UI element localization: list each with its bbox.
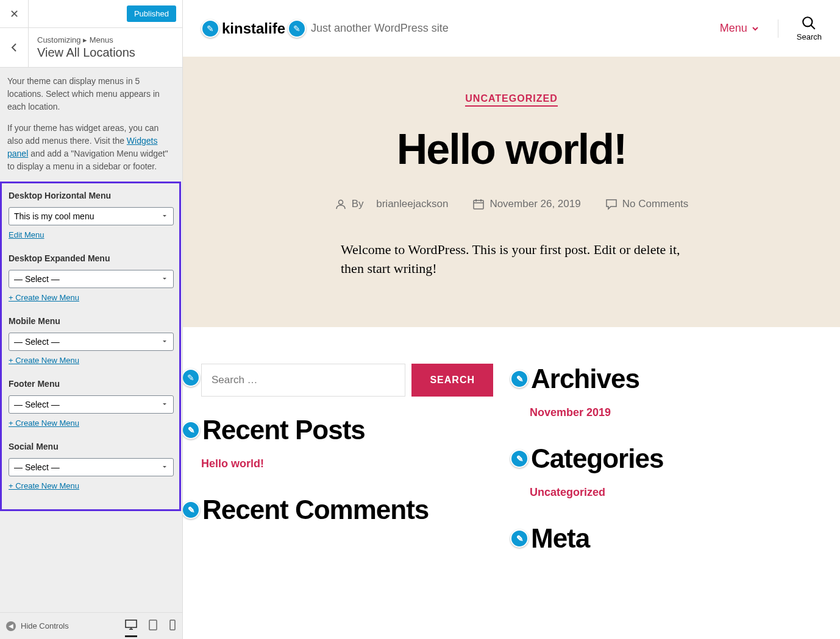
meta-widget: ✎Meta bbox=[530, 523, 822, 566]
desktop-preview-icon[interactable] bbox=[125, 620, 137, 637]
chevron-down-icon bbox=[751, 24, 760, 33]
search-widget: ✎ SEARCH bbox=[201, 364, 493, 415]
category-link[interactable]: Uncategorized bbox=[530, 486, 822, 499]
location-select[interactable]: This is my cool menu bbox=[9, 207, 174, 225]
svg-rect-5 bbox=[474, 200, 483, 209]
menu-locations-box: Desktop Horizontal Menu This is my cool … bbox=[0, 182, 181, 511]
post-date: November 26, 2019 bbox=[472, 198, 580, 210]
menu-location-social: Social Menu — Select — + Create New Menu bbox=[9, 440, 174, 492]
search-button[interactable]: SEARCH bbox=[411, 364, 493, 397]
recent-post-link[interactable]: Hello world! bbox=[201, 457, 493, 470]
close-button[interactable]: ✕ bbox=[0, 0, 29, 27]
create-menu-link[interactable]: + Create New Menu bbox=[9, 417, 79, 429]
location-label: Desktop Expanded Menu bbox=[9, 252, 174, 265]
menu-location-footer: Footer Menu — Select — + Create New Menu bbox=[9, 378, 174, 429]
location-select[interactable]: — Select — bbox=[9, 333, 174, 351]
categories-widget: ✎Categories Uncategorized bbox=[530, 443, 822, 499]
recent-comments-widget: ✎Recent Comments bbox=[201, 495, 493, 537]
sidebar-footer: ◀ Hide Controls bbox=[0, 612, 182, 639]
edit-menu-link[interactable]: Edit Menu bbox=[9, 229, 44, 241]
widgets-area: ✎ SEARCH ✎Recent Posts Hello world! ✎Rec… bbox=[183, 327, 840, 602]
location-label: Footer Menu bbox=[9, 378, 174, 390]
location-label: Social Menu bbox=[9, 440, 174, 453]
edit-shortcut-icon[interactable]: ✎ bbox=[510, 450, 529, 468]
search-input[interactable] bbox=[201, 364, 405, 397]
recent-posts-widget: ✎Recent Posts Hello world! bbox=[201, 415, 493, 470]
sidebar-title-row: Customizing ▸ Menus View All Locations bbox=[0, 28, 182, 68]
edit-shortcut-icon[interactable]: ✎ bbox=[510, 529, 529, 548]
location-select[interactable]: — Select — bbox=[9, 270, 174, 288]
menu-location-desktop-horizontal: Desktop Horizontal Menu This is my cool … bbox=[9, 189, 174, 241]
user-icon bbox=[335, 198, 347, 210]
post-hero: UNCATEGORIZED Hello world! By brianleeja… bbox=[183, 57, 840, 327]
post-excerpt: Welcome to WordPress. This is your first… bbox=[341, 241, 682, 278]
edit-shortcut-icon[interactable]: ✎ bbox=[288, 19, 306, 38]
device-preview-icons bbox=[125, 620, 176, 633]
breadcrumb: Customizing ▸ Menus bbox=[37, 35, 174, 44]
svg-rect-1 bbox=[149, 620, 157, 630]
site-identity: ✎ kinstalife ✎ Just another WordPress si… bbox=[201, 19, 449, 38]
search-icon bbox=[801, 15, 817, 31]
preview-nav: Menu Search bbox=[720, 15, 822, 41]
site-header: ✎ kinstalife ✎ Just another WordPress si… bbox=[183, 0, 840, 57]
create-menu-link[interactable]: + Create New Menu bbox=[9, 355, 79, 367]
category-link[interactable]: UNCATEGORIZED bbox=[465, 93, 557, 107]
post-author: By brianleejackson bbox=[335, 198, 449, 210]
publish-button[interactable]: Published bbox=[127, 5, 176, 22]
chevron-left-icon bbox=[10, 43, 18, 52]
title-content: Customizing ▸ Menus View All Locations bbox=[29, 28, 182, 67]
search-form: ✎ SEARCH bbox=[201, 364, 493, 397]
sidebar-header: ✕ Published bbox=[0, 0, 182, 28]
sidebar-body: Your theme can display menus in 5 locati… bbox=[0, 68, 182, 612]
section-title: View All Locations bbox=[37, 46, 174, 60]
archive-link[interactable]: November 2019 bbox=[530, 406, 822, 419]
svg-point-4 bbox=[338, 200, 343, 205]
collapse-icon: ◀ bbox=[6, 621, 16, 631]
intro-text-2: If your theme has widget areas, you can … bbox=[7, 122, 175, 173]
edit-shortcut-icon[interactable]: ✎ bbox=[510, 370, 529, 388]
edit-shortcut-icon[interactable]: ✎ bbox=[183, 421, 200, 439]
post-meta: By brianleejackson November 26, 2019 No … bbox=[207, 198, 816, 210]
search-toggle-button[interactable]: Search bbox=[797, 15, 822, 41]
location-label: Desktop Horizontal Menu bbox=[9, 189, 174, 202]
post-comments[interactable]: No Comments bbox=[605, 198, 689, 210]
customizer-sidebar: ✕ Published Customizing ▸ Menus View All… bbox=[0, 0, 183, 639]
site-preview: ✎ kinstalife ✎ Just another WordPress si… bbox=[183, 0, 840, 639]
menu-location-mobile: Mobile Menu — Select — + Create New Menu bbox=[9, 315, 174, 367]
site-title[interactable]: kinstalife bbox=[222, 20, 285, 37]
edit-shortcut-icon[interactable]: ✎ bbox=[201, 19, 219, 38]
svg-rect-0 bbox=[126, 620, 137, 627]
tablet-preview-icon[interactable] bbox=[148, 620, 158, 633]
create-menu-link[interactable]: + Create New Menu bbox=[9, 292, 79, 304]
site-tagline: Just another WordPress site bbox=[311, 22, 449, 35]
menu-toggle-button[interactable]: Menu bbox=[720, 22, 760, 35]
archives-widget: ✎Archives November 2019 bbox=[530, 364, 822, 419]
create-menu-link[interactable]: + Create New Menu bbox=[9, 480, 79, 492]
edit-shortcut-icon[interactable]: ✎ bbox=[183, 501, 200, 519]
location-label: Mobile Menu bbox=[9, 315, 174, 328]
back-button[interactable] bbox=[0, 28, 29, 67]
post-title: Hello world! bbox=[207, 125, 816, 174]
menu-location-desktop-expanded: Desktop Expanded Menu — Select — + Creat… bbox=[9, 252, 174, 304]
hide-controls-button[interactable]: ◀ Hide Controls bbox=[6, 621, 69, 631]
comment-icon bbox=[605, 198, 618, 210]
intro-text-1: Your theme can display menus in 5 locati… bbox=[7, 75, 175, 113]
divider bbox=[778, 19, 778, 38]
calendar-icon bbox=[472, 198, 485, 210]
mobile-preview-icon[interactable] bbox=[169, 620, 176, 633]
location-select[interactable]: — Select — bbox=[9, 395, 174, 414]
edit-shortcut-icon[interactable]: ✎ bbox=[183, 369, 200, 387]
svg-rect-2 bbox=[170, 620, 175, 630]
svg-point-3 bbox=[803, 17, 813, 26]
location-select[interactable]: — Select — bbox=[9, 458, 174, 476]
